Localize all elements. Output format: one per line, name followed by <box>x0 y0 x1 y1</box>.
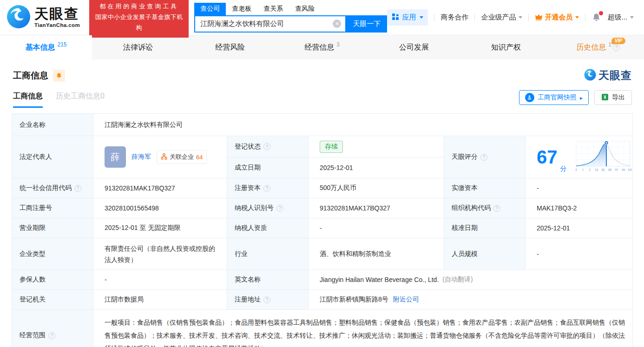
subtab-business-info[interactable]: 工商信息 <box>13 92 43 108</box>
help-icon[interactable] <box>613 44 620 51</box>
address-value: 江阴市新桥镇陶新路8号 <box>320 295 388 304</box>
reg-capital-value: 500万人民币 <box>309 178 444 198</box>
table-row: 工商注册号 320281001565498 纳税人识别号 91320281MAK… <box>12 198 633 218</box>
help-icon[interactable] <box>480 154 487 161</box>
chevron-down-icon <box>575 16 579 19</box>
export-button-label: 导出 <box>612 93 625 102</box>
registry-value: 江阴市数据局 <box>93 290 227 310</box>
tianyancha-logo[interactable]: 天眼查 TianYanCha.com <box>7 5 80 31</box>
score-value: 67 <box>537 148 558 166</box>
nav-apps[interactable]: 应用 <box>387 9 428 26</box>
tab-company-development[interactable]: 公司发展 <box>368 35 460 59</box>
notifications-bell-icon[interactable] <box>591 13 601 22</box>
auto-translate-note: (自动翻译) <box>442 275 473 284</box>
tab-label: 经营风险 <box>215 43 245 52</box>
search-tab-boss[interactable]: 查老板 <box>226 3 257 15</box>
help-icon[interactable] <box>263 296 270 303</box>
search-tab-company[interactable]: 查公司 <box>194 3 226 15</box>
svg-text:85: 85 <box>608 168 611 171</box>
chevron-down-icon <box>519 16 522 19</box>
reg-number-label: 工商注册号 <box>12 198 93 218</box>
search-input-wrap <box>194 15 346 33</box>
help-icon[interactable] <box>263 185 270 192</box>
insured-value: - <box>93 270 227 290</box>
tianyan-score: 67 分 <box>537 139 625 175</box>
tab-intellectual-property[interactable]: 知识产权 <box>460 35 552 59</box>
search-tab-risk[interactable]: 查风险 <box>289 3 321 15</box>
tab-count: 1 <box>608 41 611 48</box>
section-title: 工商信息 <box>13 70 48 82</box>
company-tabs: 基本信息 215 法律诉讼 经营风险 经营信息 3 公司发展 知识产权 VIP … <box>0 35 644 59</box>
chevron-down-icon <box>630 16 634 19</box>
industry-value: 酒、饮料和精制茶制造业 <box>309 238 444 270</box>
subtab-history-business-info[interactable]: 历史工商信息0 <box>56 92 105 108</box>
svg-text:50: 50 <box>601 168 605 171</box>
credit-code-label: 统一社会信用代码 <box>20 184 72 192</box>
org-code-label: 组织机构代码 <box>452 204 491 212</box>
table-row: 营业期限 2025-12-01 至 无固定期限 纳税人资质 - 核准日期 202… <box>12 218 633 238</box>
tab-label: 公司发展 <box>399 43 429 52</box>
table-row: 法定代表人 薛 薛海军 关联企业 64 <box>12 136 633 178</box>
tab-history-info[interactable]: VIP 历史信息 1 <box>552 35 644 59</box>
svg-text:0: 0 <box>575 168 577 171</box>
score-distribution-chart: 0 1 3 15 50 85 97 99 100 <box>574 139 632 175</box>
english-name-label: 英文名称 <box>227 270 309 290</box>
approval-date-value: 2025-12-01 <box>526 218 633 238</box>
taxpayer-id-value: 91320281MAK17BQ327 <box>309 198 444 218</box>
tab-operational-risk[interactable]: 经营风险 <box>184 35 276 59</box>
nav-super-account[interactable]: 超级... <box>607 13 634 22</box>
help-icon[interactable] <box>74 185 81 192</box>
svg-text:99: 99 <box>621 168 625 171</box>
promo-line2: 国家中小企业发展子基金旗下机构 <box>94 12 184 33</box>
monitor-bell-icon[interactable] <box>53 70 65 82</box>
org-code-value: MAK17BQ3-2 <box>526 198 633 218</box>
export-button[interactable]: 导出 <box>594 90 632 105</box>
industry-label: 行业 <box>227 238 309 270</box>
score-unit: 分 <box>560 165 567 173</box>
nav-business-cooperation[interactable]: 商务合作 <box>440 13 468 22</box>
reg-status-label: 登记状态 <box>235 143 261 151</box>
table-row: 统一社会信用代码 91320281MAK17BQ327 注册资本 500万人民币… <box>12 178 633 198</box>
tab-legal-proceedings[interactable]: 法律诉讼 <box>92 35 184 59</box>
help-icon[interactable] <box>276 205 283 212</box>
promo-banner[interactable]: 都在用的商业查询工具 国家中小企业发展子基金旗下机构 <box>89 0 189 38</box>
search-input[interactable] <box>195 16 345 32</box>
scope-label: 经营范围 <box>20 331 46 340</box>
related-companies-icon <box>161 153 167 161</box>
biz-term-value: 2025-12-01 至 无固定期限 <box>93 218 227 238</box>
nav-enterprise-products[interactable]: 企业级产品 <box>481 13 522 22</box>
company-type-value: 有限责任公司（非自然人投资或控股的法人独资） <box>93 238 227 270</box>
legal-rep-link[interactable]: 薛海军 <box>131 153 151 161</box>
nearby-companies-link[interactable]: 附近公司 <box>393 295 419 304</box>
tab-basic-info[interactable]: 基本信息 215 <box>0 35 92 59</box>
table-row: 企业名称 江阴海澜之水饮料有限公司 <box>12 114 633 136</box>
logo-subtitle: TianYanCha.com <box>34 23 80 28</box>
divider <box>434 14 434 21</box>
search-tab-relation[interactable]: 查关系 <box>257 3 289 15</box>
nav-vip-membership[interactable]: 开通会员 <box>535 13 579 22</box>
table-row: 企业类型 有限责任公司（非自然人投资或控股的法人独资） 行业 酒、饮料和精制茶制… <box>12 238 633 270</box>
tab-business-info[interactable]: 经营信息 3 <box>276 35 368 59</box>
paid-capital-label: 实缴资本 <box>444 178 526 198</box>
legal-rep-avatar[interactable]: 薛 <box>105 146 126 168</box>
svg-text:15: 15 <box>594 168 598 171</box>
help-icon[interactable] <box>493 205 500 212</box>
tab-label: 经营信息 <box>304 43 334 52</box>
vip-crown-icon <box>535 13 543 22</box>
related-companies-badge[interactable]: 关联企业 64 <box>157 150 207 164</box>
registry-label: 登记机关 <box>12 290 93 310</box>
est-date-value: 2025-12-01 <box>309 157 444 178</box>
nav-super-label: 超级... <box>607 13 627 22</box>
paid-capital-value: - <box>526 178 633 198</box>
snapshot-button[interactable]: 工商官网快照 <box>519 90 589 105</box>
search-button[interactable]: 天眼一下 <box>346 15 387 33</box>
help-icon[interactable] <box>48 332 55 339</box>
reg-status-badge: 存续 <box>320 141 343 153</box>
tab-label: 基本信息 <box>25 43 55 52</box>
tab-label: 历史信息 <box>576 43 606 52</box>
arrow-right-icon <box>580 94 583 101</box>
table-row: 登记机关 江阴市数据局 注册地址 江阴市新桥镇陶新路8号 附近公司 <box>12 290 633 310</box>
help-icon[interactable] <box>263 143 270 150</box>
clear-search-icon[interactable] <box>333 20 341 28</box>
biz-term-label: 营业期限 <box>12 218 93 238</box>
